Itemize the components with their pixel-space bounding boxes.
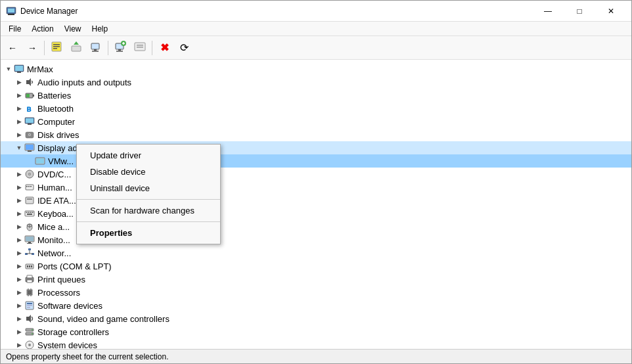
computer-icon [14,64,24,74]
svg-rect-51 [28,212,30,214]
mice-icon [24,221,35,232]
storage-label: Storage controllers [37,327,109,337]
processors-label: Processors [37,288,80,298]
scan-hardware-icon [90,41,102,55]
software-arrow [14,300,24,311]
svg-rect-23 [15,66,23,71]
device-manager-window: Device Manager — □ ✕ File Action View He… [0,0,632,364]
scan-changes-button[interactable]: ⟳ [175,39,193,57]
uninstall-button[interactable]: ✖ [155,39,173,57]
svg-point-89 [32,333,33,334]
tree-item-storage[interactable]: Storage controllers [1,325,631,338]
ide-label: IDE ATA... [37,196,76,206]
human-icon [24,182,35,193]
system-arrow [14,340,24,349]
print-label: Print queues [37,275,85,284]
svg-rect-53 [32,212,34,214]
menu-view[interactable]: View [59,23,87,35]
software-icon [24,300,35,311]
tree-item-ports[interactable]: Ports (COM & LPT) [1,260,631,273]
svg-rect-10 [94,49,97,51]
svg-rect-5 [53,46,60,47]
tree-root[interactable]: MrMax [1,62,631,76]
ctx-separator-1 [77,199,220,200]
ctx-uninstall-device[interactable]: Uninstall device [77,180,220,196]
tree-item-system[interactable]: System devices [1,338,631,349]
svg-rect-27 [26,94,30,97]
svg-rect-44 [26,186,28,187]
svg-rect-54 [27,214,32,215]
vmware-icon [35,156,45,166]
computer2-icon [24,116,35,127]
tree-item-bluetooth[interactable]: ʙ Bluetooth [1,102,631,115]
main-content: MrMax Audio inputs and outputs [1,60,631,349]
ports-icon [24,261,35,271]
root-arrow [3,64,14,74]
dvd-icon [24,169,35,179]
vmware-label: VMw... [48,156,74,166]
title-bar: Device Manager — □ ✕ [1,1,631,22]
add-device-button[interactable] [111,39,129,57]
tree-item-software[interactable]: Software devices [1,299,631,312]
svg-rect-76 [28,290,32,294]
tree-item-print[interactable]: Print queues [1,273,631,286]
monitors-label: Monito... [37,235,70,245]
processors-icon [24,287,35,298]
menu-file[interactable]: File [3,23,26,35]
tree-item-batteries[interactable]: Batteries [1,89,631,102]
scan-hardware-button[interactable] [87,39,105,57]
maximize-button[interactable]: □ [564,1,595,21]
minimize-button[interactable]: — [533,1,563,21]
update-driver-button[interactable] [67,39,85,57]
svg-rect-52 [30,212,32,214]
tree-item-network[interactable]: Networ... [1,246,631,260]
display-arrow [14,143,24,153]
software-label: Software devices [37,301,102,311]
forward-button[interactable]: → [23,39,41,57]
window-controls: — □ ✕ [533,1,626,21]
svg-rect-84 [27,307,30,308]
svg-rect-47 [26,197,34,204]
add-legacy-button[interactable] [131,39,149,57]
vmware-arrow [24,156,35,166]
keyboard-arrow [14,208,24,219]
svg-rect-59 [26,237,34,241]
ctx-scan-hardware[interactable]: Scan for hardware changes [77,202,220,219]
back-button[interactable]: ← [3,39,22,57]
svg-rect-82 [27,303,32,304]
scan-changes-icon: ⟳ [180,41,189,54]
svg-rect-9 [91,43,99,49]
status-text: Opens property sheet for the current sel… [6,352,168,361]
batteries-label: Batteries [37,91,71,101]
svg-rect-50 [26,212,28,214]
svg-rect-48 [27,198,32,200]
audio-icon [24,77,35,87]
uninstall-icon: ✖ [160,41,169,54]
tree-item-audio[interactable]: Audio inputs and outputs [1,76,631,89]
menu-help[interactable]: Help [87,23,114,35]
svg-rect-30 [28,124,32,125]
ctx-disable-device[interactable]: Disable device [77,164,220,180]
human-arrow [14,182,24,193]
svg-rect-22 [17,72,21,73]
disk-label: Disk drives [37,130,79,140]
tree-item-sound[interactable]: Sound, video and game controllers [1,312,631,325]
tree-item-computer[interactable]: Computer [1,115,631,128]
ctx-separator-2 [77,221,220,222]
properties-button[interactable] [47,39,66,57]
processors-arrow [14,287,24,298]
sound-label: Sound, video and game controllers [37,314,169,324]
svg-rect-26 [33,95,34,97]
tree-item-disk[interactable]: Disk drives [1,128,631,141]
menu-action[interactable]: Action [26,23,58,35]
svg-rect-4 [53,44,60,45]
ide-arrow [14,195,24,206]
ctx-properties[interactable]: Properties [77,225,220,241]
ctx-update-driver[interactable]: Update driver [77,147,220,164]
toolbar-separator-1 [44,41,45,55]
add-legacy-icon [134,41,146,55]
tree-item-processors[interactable]: Processors [1,286,631,299]
close-button[interactable]: ✕ [596,1,626,21]
svg-rect-60 [28,242,31,243]
audio-label: Audio inputs and outputs [37,78,131,87]
